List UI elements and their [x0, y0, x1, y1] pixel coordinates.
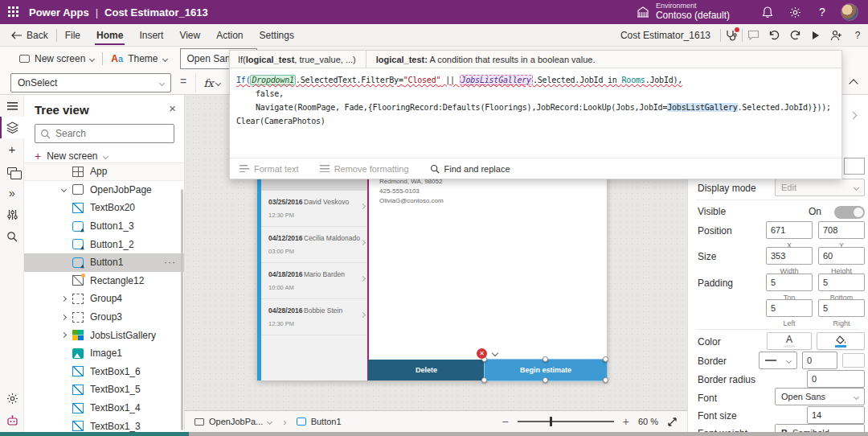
close-icon[interactable]: × — [169, 101, 176, 115]
tree-item[interactable]: Image1 — [24, 344, 184, 363]
fill-color-button[interactable] — [817, 332, 865, 350]
help-menu-button[interactable]: ? — [847, 24, 868, 47]
format-text-button[interactable]: Format text — [240, 164, 299, 174]
selected-control[interactable]: Button1 — [290, 417, 348, 426]
border-radius-input[interactable] — [807, 370, 865, 388]
formula-line-3[interactable]: Navigate(RoomPage, Fade,{FlooringRecord:… — [236, 101, 835, 114]
selection-handle[interactable] — [603, 377, 608, 383]
tree-item-app[interactable]: App — [24, 162, 184, 181]
rail-rules-button[interactable]: » — [0, 182, 24, 204]
environment-picker[interactable]: Environment Contoso (default) — [637, 2, 730, 21]
padding-top-input[interactable] — [766, 274, 813, 291]
menu-home[interactable]: Home — [88, 24, 131, 47]
padding-left-input[interactable] — [766, 299, 813, 317]
remove-formatting-button[interactable]: Remove formatting — [320, 164, 409, 174]
rail-virtual-agents-button[interactable] — [0, 409, 24, 431]
visible-toggle[interactable] — [834, 206, 865, 219]
avatar[interactable] — [841, 3, 858, 21]
waffle-icon[interactable] — [8, 6, 19, 18]
tree-item[interactable]: Group4 — [24, 290, 184, 308]
collapse-rail-button[interactable] — [0, 95, 24, 117]
chevron-up-icon[interactable] — [849, 79, 858, 88]
error-badge[interactable]: ✕ — [477, 348, 487, 359]
rail-data-button[interactable] — [0, 160, 24, 182]
settings-button[interactable] — [781, 0, 809, 24]
formula-line-1[interactable]: If(Dropdown1.SelectedText.FilterBy="Clos… — [236, 73, 835, 87]
selection-handle[interactable] — [542, 356, 548, 362]
chevron-down-icon[interactable] — [58, 187, 69, 191]
padding-right-input[interactable] — [818, 299, 865, 317]
menu-action[interactable]: Action — [208, 24, 251, 47]
fx-button[interactable]: fx — [195, 73, 227, 93]
find-replace-button[interactable]: Find and replace — [430, 164, 510, 174]
chevron-right-icon[interactable] — [850, 112, 858, 120]
redo-button[interactable] — [784, 24, 805, 47]
menu-settings[interactable]: Settings — [252, 24, 302, 47]
tree-item[interactable]: Rectangle12 — [24, 272, 184, 290]
new-screen-button[interactable]: New screen — [11, 53, 102, 64]
zoom-slider-handle[interactable] — [550, 417, 552, 426]
formula-line-4[interactable]: Clear(CameraPhotos) — [236, 114, 835, 128]
formula-editor[interactable]: If(logical_test, true_value, ...) logica… — [229, 50, 842, 179]
chevron-right-icon[interactable] — [58, 333, 69, 337]
font-color-button[interactable]: A — [767, 332, 812, 350]
size-height-input[interactable] — [818, 247, 865, 265]
rail-search-button[interactable] — [0, 225, 24, 247]
notifications-button[interactable] — [754, 0, 781, 24]
formula-code[interactable]: If(Dropdown1.SelectedText.FilterBy="Clos… — [230, 68, 841, 158]
rail-settings-button[interactable] — [0, 388, 24, 409]
rail-tree-view-button[interactable] — [0, 117, 24, 138]
delete-button[interactable]: Delete — [368, 360, 485, 380]
font-dropdown[interactable]: Open Sans — [775, 388, 865, 405]
selection-handle[interactable] — [603, 356, 608, 362]
position-x-input[interactable] — [766, 221, 813, 239]
size-width-input[interactable] — [766, 247, 813, 265]
menu-file[interactable]: File — [57, 24, 88, 47]
rail-variables-button[interactable] — [0, 204, 24, 225]
tree-item[interactable]: Button1_2 — [24, 235, 184, 253]
border-color-swatch[interactable] — [842, 353, 865, 368]
display-mode-dropdown[interactable]: Edit — [775, 179, 865, 196]
help-button[interactable]: ? — [809, 0, 836, 24]
formula-line-2[interactable]: false, — [236, 87, 835, 101]
tree-item-selected[interactable]: Button1 ··· — [24, 253, 184, 272]
tree-item[interactable]: Button1_3 — [24, 217, 184, 236]
tree-item[interactable]: TextBox1_5 — [24, 380, 184, 399]
undo-button[interactable] — [764, 24, 784, 47]
gallery-item[interactable]: 04/12/2016 Cecilia Maldonado 03:00 PM — [261, 227, 367, 263]
partial-property-input[interactable] — [844, 158, 865, 175]
property-selector[interactable]: OnSelect — [10, 73, 171, 93]
tree-item[interactable]: Group3 — [24, 308, 184, 327]
border-style-dropdown[interactable] — [759, 352, 797, 369]
tree-search[interactable] — [35, 124, 174, 143]
tree-new-screen-button[interactable]: + New screen — [35, 148, 108, 164]
zoom-in-button[interactable]: + — [623, 415, 629, 428]
tree-item[interactable]: TextBox1_6 — [24, 363, 184, 381]
gallery-selected-item[interactable] — [261, 179, 367, 191]
selection-handle[interactable] — [481, 377, 487, 383]
fit-to-window-icon[interactable] — [667, 417, 678, 427]
zoom-out-button[interactable]: − — [502, 415, 509, 428]
tree-item[interactable]: TextBox20 — [24, 199, 184, 217]
zoom-slider[interactable] — [518, 421, 614, 422]
menu-insert[interactable]: Insert — [131, 24, 171, 47]
border-width-input[interactable] — [802, 352, 837, 369]
search-input[interactable] — [55, 128, 160, 139]
theme-button[interactable]: Aa Theme — [103, 53, 174, 64]
tree-item[interactable]: JobsListGallery — [24, 326, 184, 344]
gallery-item[interactable]: 03/25/2016 David Veskovo 12:30 PM — [261, 191, 367, 227]
tree-item-screen[interactable]: OpenJobPage — [24, 181, 184, 199]
item-menu-dots[interactable]: ··· — [164, 257, 176, 268]
padding-bottom-input[interactable] — [818, 274, 865, 291]
tree-item[interactable]: TextBox1_4 — [24, 399, 184, 417]
comments-button[interactable] — [743, 24, 764, 47]
tree-scrollbar[interactable] — [181, 189, 183, 430]
chevron-down-icon[interactable] — [492, 350, 498, 356]
position-y-input[interactable] — [818, 221, 865, 239]
rail-insert-button[interactable]: + — [0, 138, 24, 160]
share-button[interactable] — [826, 24, 847, 47]
preview-button[interactable] — [805, 24, 826, 47]
screen-selector[interactable]: OpenJobPa... — [185, 417, 280, 426]
chevron-right-icon[interactable] — [58, 315, 69, 319]
chevron-right-icon[interactable] — [58, 297, 69, 301]
